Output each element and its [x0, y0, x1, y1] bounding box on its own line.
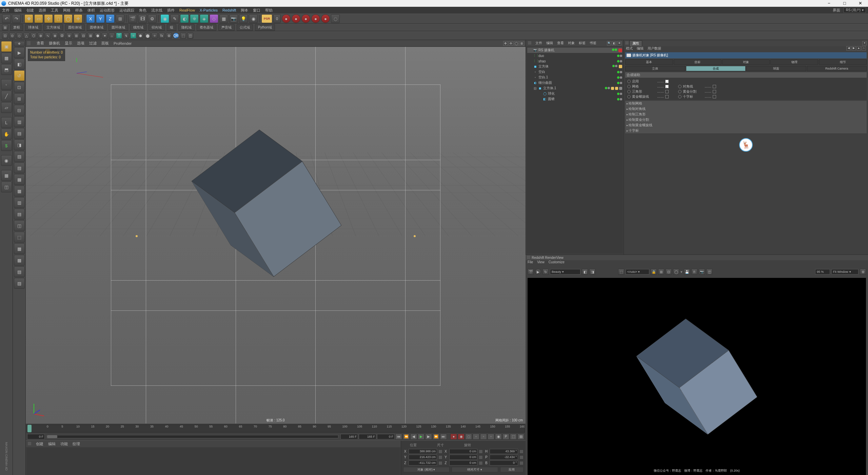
tree-item[interactable]: ◼立方体	[527, 64, 622, 69]
axis-y-icon[interactable]: Y	[96, 14, 105, 23]
key-s-icon[interactable]: ▫	[480, 434, 487, 440]
vp-menu-item[interactable]: 面板	[101, 41, 109, 46]
play-icon[interactable]: ▶	[418, 434, 425, 440]
menu-item[interactable]: 工具	[51, 8, 58, 13]
misc11-icon[interactable]: ◫	[14, 220, 25, 231]
menu-item[interactable]: 运动图形	[100, 8, 115, 13]
snap-icon[interactable]: ⬣	[137, 33, 143, 39]
menu-item[interactable]: RealFlow	[179, 8, 195, 12]
micro-tool[interactable]: ✥	[14, 41, 25, 46]
menu-item[interactable]: 运动跟踪	[119, 8, 134, 13]
spin-icon[interactable]	[479, 450, 483, 454]
last-tool-icon[interactable]: ✛	[74, 14, 82, 23]
field-btn[interactable]: 线性域	[130, 24, 146, 31]
psr-button[interactable]: PSR	[261, 14, 272, 23]
snap-icon[interactable]: ⊡	[2, 33, 8, 39]
spin-icon[interactable]	[438, 455, 442, 459]
tree-item[interactable]: ◐细分曲面	[527, 80, 622, 86]
rs-render-icon[interactable]: 🎬	[528, 269, 534, 275]
attr-menu-item[interactable]: 编辑	[637, 46, 644, 52]
spin-icon[interactable]	[519, 455, 524, 459]
rs-refresh-icon[interactable]: ↻	[542, 269, 549, 275]
rs-chan-icon[interactable]: ◧	[582, 269, 588, 275]
misc-icon[interactable]: ◉	[1, 155, 12, 166]
vp-nav-icon[interactable]: ✣	[509, 41, 513, 46]
rec-pl-icon[interactable]: ●	[321, 14, 330, 23]
prev-frame-icon[interactable]: ◀	[410, 434, 417, 440]
snap-icon[interactable]: ✦	[102, 33, 108, 39]
rs-settings-icon[interactable]: ⚙	[860, 269, 866, 275]
snap-icon[interactable]: ⬢	[95, 33, 101, 39]
zero-button[interactable]: 0	[273, 14, 281, 23]
menu-item[interactable]: 帮助	[265, 8, 273, 13]
workplane-icon[interactable]: ⬒	[1, 64, 12, 75]
nav-home-icon[interactable]: ⌂	[862, 46, 866, 51]
snap-icon[interactable]: ∿	[45, 33, 51, 39]
misc12-icon[interactable]: ⬚	[14, 232, 25, 243]
autokey-icon[interactable]: ◌	[331, 14, 340, 23]
vp-menu-item[interactable]: 查看	[37, 41, 44, 46]
accordion-header[interactable]: 绘制黄金螺旋线	[625, 122, 867, 128]
viewport-solo-icon[interactable]: $	[1, 140, 12, 151]
field-btn[interactable]: 圆柱体域	[65, 24, 85, 31]
material-list[interactable]	[26, 448, 400, 475]
attr-tab-object[interactable]: 对象	[722, 59, 770, 65]
key-p-icon[interactable]: ▫	[473, 434, 479, 440]
coord-sys-icon[interactable]: ⊞	[116, 14, 124, 23]
menu-item[interactable]: 网格	[63, 8, 71, 13]
tree-item[interactable]: ◯球化	[527, 91, 622, 96]
layout-selector[interactable]: RS (用户)▾	[844, 7, 866, 13]
key-r-icon[interactable]: ▫	[488, 434, 494, 440]
snap-icon[interactable]: ⊞	[73, 33, 79, 39]
render-region-icon[interactable]: 🎞	[138, 14, 147, 23]
spin-icon[interactable]	[479, 461, 483, 465]
misc9-icon[interactable]: ▥	[14, 197, 25, 208]
vp-nav-icon[interactable]: ✥	[503, 41, 508, 46]
spline-pen-icon[interactable]: ✎	[170, 14, 179, 23]
rec-p-icon[interactable]: ●	[282, 14, 291, 23]
vp-menu-item[interactable]: ProRender	[114, 41, 132, 45]
primitive-icon[interactable]: ◉	[160, 14, 169, 23]
snap-icon[interactable]: T	[116, 33, 122, 39]
vp-nav-icon[interactable]: ⊞	[519, 41, 524, 46]
menu-item[interactable]: Redshift	[222, 8, 236, 12]
make-editable-icon[interactable]: ▶	[14, 47, 25, 58]
rot-p-field[interactable]: -22.434 °	[490, 455, 518, 460]
tree-item[interactable]: ◦空白	[527, 69, 622, 75]
field-btn[interactable]: 着色器域	[197, 24, 216, 31]
vp-menu-item[interactable]: 过滤	[89, 41, 97, 46]
attr-tab-basic[interactable]: 基本	[625, 59, 673, 65]
accordion-header[interactable]: 绘制网格	[625, 101, 867, 106]
misc8-icon[interactable]: ▦	[14, 186, 25, 196]
search-icon[interactable]: 🔍	[607, 41, 611, 45]
move-icon[interactable]: ✣	[44, 14, 53, 23]
select-rect-icon[interactable]: ▭	[34, 14, 43, 23]
prev-key-icon[interactable]: ⏪	[403, 434, 410, 440]
menu-item[interactable]: 窗口	[253, 8, 260, 13]
size-mode-select[interactable]: 绝对尺寸 ▾	[452, 467, 498, 472]
accordion-header[interactable]: 绘制黄金分割	[625, 117, 867, 122]
snap-icon[interactable]: ※	[66, 33, 72, 39]
accordion-header[interactable]: 十字标	[625, 128, 867, 133]
snap-enable-icon[interactable]: ↺	[14, 70, 25, 81]
safe-icon[interactable]: ◫	[1, 182, 12, 192]
menu-item[interactable]: 角色	[139, 8, 146, 13]
rs-menu-item[interactable]: View	[537, 260, 545, 266]
rs-focus-icon[interactable]: ◯	[673, 269, 679, 275]
rs-menu-item[interactable]: File	[528, 260, 533, 266]
attr-menu-item[interactable]: 模式	[626, 46, 633, 52]
fcurve-icon[interactable]: ⬚	[510, 434, 517, 440]
render-settings-icon[interactable]: ⚙	[148, 14, 157, 23]
array-icon[interactable]: ◈	[200, 14, 209, 23]
generator-icon[interactable]: ◐	[180, 14, 189, 23]
frame-start-field[interactable]: 0 F	[27, 434, 45, 439]
snap-toggle-icon[interactable]: ⊞	[2, 24, 8, 31]
axis-x-icon[interactable]: X	[86, 14, 95, 23]
deformer-icon[interactable]: ◇	[210, 14, 218, 23]
goto-start-icon[interactable]: ⏮	[395, 434, 402, 440]
misc2-icon[interactable]: ▥	[14, 116, 25, 127]
rot-h-field[interactable]: 43.369 °	[490, 449, 518, 454]
accordion-header[interactable]: 绘制三角形	[625, 112, 867, 117]
poly-mode-icon[interactable]: ▱	[1, 102, 12, 113]
quickrender-icon[interactable]: QR	[173, 33, 179, 39]
